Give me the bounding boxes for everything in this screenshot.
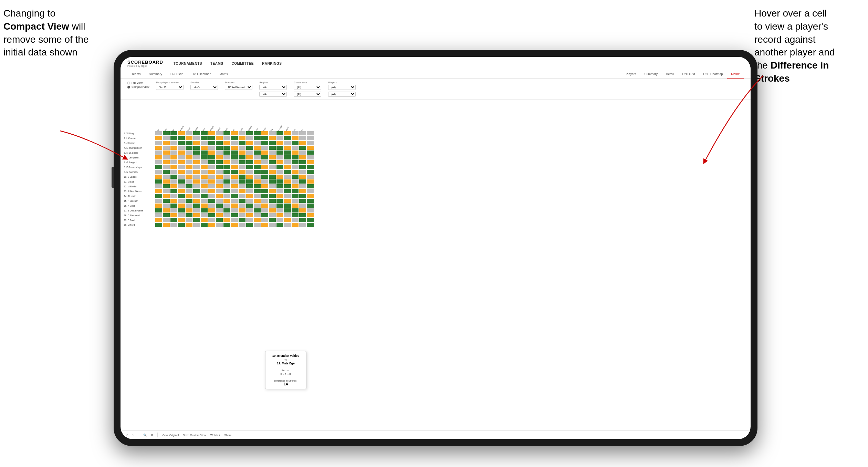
cell-17-0[interactable] — [155, 213, 163, 218]
cell-4-19[interactable] — [299, 150, 306, 155]
cell-3-7[interactable] — [208, 145, 216, 150]
cell-16-19[interactable] — [299, 208, 306, 213]
cell-3-9[interactable] — [223, 145, 231, 150]
cell-5-16[interactable] — [276, 155, 284, 160]
cell-12-2[interactable] — [170, 189, 178, 194]
cell-4-15[interactable] — [269, 150, 276, 155]
cell-19-12[interactable] — [246, 222, 253, 227]
cell-3-1[interactable] — [163, 145, 170, 150]
cell-12-11[interactable] — [238, 189, 246, 194]
cell-6-10[interactable] — [231, 160, 238, 165]
cell-8-16[interactable] — [276, 169, 284, 174]
cell-12-9[interactable] — [223, 189, 231, 194]
cell-11-10[interactable] — [231, 184, 238, 189]
cell-2-11[interactable] — [238, 141, 246, 145]
cell-18-20[interactable] — [306, 218, 314, 222]
cell-16-18[interactable] — [291, 208, 299, 213]
cell-13-14[interactable] — [261, 194, 269, 198]
cell-12-10[interactable] — [231, 189, 238, 194]
cell-1-19[interactable] — [299, 136, 306, 141]
cell-13-9[interactable] — [223, 194, 231, 198]
cell-14-12[interactable] — [246, 198, 253, 203]
cell-13-4[interactable] — [185, 194, 193, 198]
cell-4-5[interactable] — [193, 150, 200, 155]
cell-13-6[interactable] — [200, 194, 208, 198]
cell-9-4[interactable] — [185, 174, 193, 179]
cell-10-20[interactable] — [306, 179, 314, 184]
cell-5-19[interactable] — [299, 155, 306, 160]
cell-17-8[interactable] — [216, 213, 223, 218]
cell-8-3[interactable] — [178, 169, 185, 174]
cell-8-15[interactable] — [269, 169, 276, 174]
cell-2-7[interactable] — [208, 141, 216, 145]
cell-18-1[interactable] — [163, 218, 170, 222]
cell-1-6[interactable] — [200, 136, 208, 141]
cell-18-8[interactable] — [216, 218, 223, 222]
cell-5-15[interactable] — [269, 155, 276, 160]
cell-0-17[interactable] — [284, 131, 291, 136]
tab-teams[interactable]: Teams — [127, 70, 145, 78]
cell-17-5[interactable] — [193, 213, 200, 218]
cell-15-19[interactable] — [299, 203, 306, 208]
cell-14-13[interactable] — [253, 198, 261, 203]
cell-10-6[interactable] — [200, 179, 208, 184]
cell-7-0[interactable] — [155, 165, 163, 169]
cell-7-5[interactable] — [193, 165, 200, 169]
cell-8-1[interactable] — [163, 169, 170, 174]
cell-16-3[interactable] — [178, 208, 185, 213]
cell-11-11[interactable] — [238, 184, 246, 189]
cell-1-15[interactable] — [269, 136, 276, 141]
cell-6-5[interactable] — [193, 160, 200, 165]
cell-16-17[interactable] — [284, 208, 291, 213]
cell-16-6[interactable] — [200, 208, 208, 213]
cell-1-11[interactable] — [238, 136, 246, 141]
cell-17-1[interactable] — [163, 213, 170, 218]
toolbar-view-original[interactable]: View: Original — [162, 434, 179, 437]
cell-9-1[interactable] — [163, 174, 170, 179]
cell-14-18[interactable] — [291, 198, 299, 203]
cell-19-15[interactable] — [269, 222, 276, 227]
cell-7-17[interactable] — [284, 165, 291, 169]
cell-18-9[interactable] — [223, 218, 231, 222]
tab-h2h-grid-top[interactable]: H2H Grid — [166, 70, 188, 78]
cell-14-14[interactable] — [261, 198, 269, 203]
nav-rankings[interactable]: RANKINGS — [262, 60, 282, 67]
cell-17-19[interactable] — [299, 213, 306, 218]
toolbar-redo[interactable]: ↪ — [132, 434, 135, 437]
cell-18-13[interactable] — [253, 218, 261, 222]
cell-15-8[interactable] — [216, 203, 223, 208]
cell-2-1[interactable] — [163, 141, 170, 145]
cell-7-3[interactable] — [178, 165, 185, 169]
cell-4-6[interactable] — [200, 150, 208, 155]
cell-11-15[interactable] — [269, 184, 276, 189]
cell-5-13[interactable] — [253, 155, 261, 160]
cell-9-11[interactable] — [238, 174, 246, 179]
cell-7-12[interactable] — [246, 165, 253, 169]
cell-11-17[interactable] — [284, 184, 291, 189]
cell-14-7[interactable] — [208, 198, 216, 203]
cell-9-12[interactable] — [246, 174, 253, 179]
cell-6-8[interactable] — [216, 160, 223, 165]
cell-15-6[interactable] — [200, 203, 208, 208]
cell-8-14[interactable] — [261, 169, 269, 174]
cell-14-3[interactable] — [178, 198, 185, 203]
cell-9-7[interactable] — [208, 174, 216, 179]
cell-6-14[interactable] — [261, 160, 269, 165]
cell-15-7[interactable] — [208, 203, 216, 208]
cell-3-14[interactable] — [261, 145, 269, 150]
cell-2-20[interactable] — [306, 141, 314, 145]
cell-17-12[interactable] — [246, 213, 253, 218]
cell-7-19[interactable] — [299, 165, 306, 169]
cell-7-4[interactable] — [185, 165, 193, 169]
filter-conf-select2[interactable]: (All) — [294, 92, 321, 97]
cell-7-11[interactable] — [238, 165, 246, 169]
cell-5-6[interactable] — [200, 155, 208, 160]
cell-8-0[interactable] — [155, 169, 163, 174]
cell-11-9[interactable] — [223, 184, 231, 189]
cell-18-17[interactable] — [284, 218, 291, 222]
cell-0-2[interactable] — [170, 131, 178, 136]
toolbar-share[interactable]: Share — [224, 434, 231, 437]
cell-16-8[interactable] — [216, 208, 223, 213]
cell-19-7[interactable] — [208, 222, 216, 227]
cell-9-19[interactable] — [299, 174, 306, 179]
